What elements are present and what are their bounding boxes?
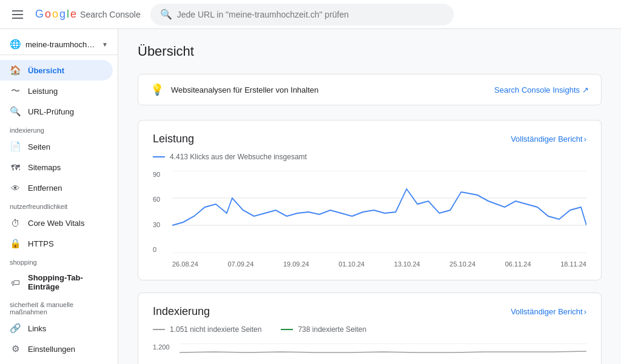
sidebar-item-url-pruefung[interactable]: 🔍 URL-Prüfung xyxy=(0,101,113,122)
search-icon: 🔍 xyxy=(160,8,172,20)
leistung-icon: 〜 xyxy=(10,85,21,96)
header: Google Search Console 🔍 xyxy=(0,0,621,29)
sidebar-item-shopping-tab[interactable]: 🏷 Shopping-Tab-Einträge xyxy=(0,268,113,296)
vitals-icon: ⏱ xyxy=(10,217,21,228)
legend-line-green xyxy=(281,329,293,330)
y-axis-labels-index: 1.200 800 400 xyxy=(153,343,177,364)
sidebar-item-core-web-vitals[interactable]: ⏱ Core Web Vitals xyxy=(0,213,113,233)
chevron-right-icon: › xyxy=(584,134,586,144)
card-header: Indexierung Vollständiger Bericht › xyxy=(153,305,586,318)
shopping-icon: 🏷 xyxy=(10,277,21,288)
sidebar-item-label: Shopping-Tab-Einträge xyxy=(28,273,103,291)
google-logo: Google Search Console xyxy=(35,8,141,21)
sidebar-item-einstellungen[interactable]: ⚙ Einstellungen xyxy=(0,339,113,359)
x-axis-labels: 26.08.24 07.09.24 19.09.24 01.10.24 13.1… xyxy=(172,260,586,268)
home-icon: 🏠 xyxy=(10,65,21,76)
dropdown-icon[interactable]: ▼ xyxy=(102,41,108,48)
sidebar: 🌐 meine-traumhochze... ▼ 🏠 Übersicht 〜 L… xyxy=(0,29,118,364)
menu-button[interactable] xyxy=(10,8,25,21)
links-icon: 🔗 xyxy=(10,323,21,334)
sidebar-item-label: URL-Prüfung xyxy=(28,107,74,116)
property-selector[interactable]: 🌐 meine-traumhochze... ▼ xyxy=(0,34,118,55)
property-name: meine-traumhochze... xyxy=(25,40,97,49)
sidebar-item-label: HTTPS xyxy=(28,239,54,248)
sidebar-item-label: Übersicht xyxy=(28,66,64,75)
chart-svg-area xyxy=(172,171,586,253)
sidebar-item-label: Sitemaps xyxy=(28,163,61,172)
legend-label: 4.413 Klicks aus der Websuche insgesamt xyxy=(170,153,307,161)
external-link-icon: ↗ xyxy=(582,85,589,94)
section-label-indexierung: Indexierung xyxy=(0,122,118,136)
lock-icon: 🔒 xyxy=(10,238,21,249)
card-title: Leistung xyxy=(153,133,194,145)
sitemaps-icon: 🗺 xyxy=(10,162,21,173)
legend-line-gray xyxy=(153,329,165,330)
insight-bulb-icon: 💡 xyxy=(150,83,164,96)
sidebar-item-uebersicht[interactable]: 🏠 Übersicht xyxy=(0,60,113,81)
layout: 🌐 meine-traumhochze... ▼ 🏠 Übersicht 〜 L… xyxy=(0,29,621,364)
remove-icon: 👁 xyxy=(10,182,21,193)
section-label-sicherheit: Sicherheit & manuelle Maßnahmen xyxy=(0,296,118,318)
search-page-icon: 🔍 xyxy=(10,106,21,117)
pages-icon: 📄 xyxy=(10,141,21,152)
app-title: Search Console xyxy=(80,10,141,19)
y-axis-labels: 90 60 30 0 xyxy=(153,171,170,253)
section-label-nutzerfreundlichkeit: Nutzerfreundlichkeit xyxy=(0,198,118,213)
leistung-card: Leistung Vollständiger Bericht › 4.413 K… xyxy=(138,120,602,280)
sidebar-item-leistung[interactable]: 〜 Leistung xyxy=(0,81,113,101)
sidebar-item-label: Entfernen xyxy=(28,184,62,193)
main-content: Übersicht 💡 Websiteanalysen für Erstelle… xyxy=(118,29,621,364)
sidebar-item-label: Seiten xyxy=(28,142,50,151)
indexierung-full-report-link[interactable]: Vollständiger Bericht › xyxy=(511,307,586,316)
sidebar-item-entfernen[interactable]: 👁 Entfernen xyxy=(0,177,113,198)
search-input[interactable] xyxy=(177,10,444,19)
indexierung-chart: 1.200 800 400 xyxy=(153,343,586,364)
sidebar-item-label: Leistung xyxy=(28,87,58,96)
chart-legend: 4.413 Klicks aus der Websuche insgesamt xyxy=(153,153,586,161)
legend-line-blue xyxy=(153,156,165,157)
sidebar-item-label: Einstellungen xyxy=(28,345,75,354)
sidebar-item-label: Links xyxy=(28,324,46,333)
legend-label-green: 738 indexierte Seiten xyxy=(298,325,366,334)
insight-link[interactable]: Search Console Insights ↗ xyxy=(494,85,589,94)
chart-legend-index: 1.051 nicht indexierte Seiten 738 indexi… xyxy=(153,325,586,334)
sidebar-item-https[interactable]: 🔒 HTTPS xyxy=(0,233,113,254)
sidebar-item-sitemaps[interactable]: 🗺 Sitemaps xyxy=(0,157,113,177)
settings-icon: ⚙ xyxy=(10,343,21,354)
indexierung-card: Indexierung Vollständiger Bericht › 1.05… xyxy=(138,293,602,364)
chevron-right-icon: › xyxy=(584,307,586,316)
sidebar-item-feedback[interactable]: 💬 Feedback geben xyxy=(0,359,113,364)
insight-banner: 💡 Websiteanalysen für Ersteller von Inha… xyxy=(138,74,602,105)
index-chart-svg xyxy=(180,343,586,364)
page-title: Übersicht xyxy=(138,44,602,59)
sidebar-item-seiten[interactable]: 📄 Seiten xyxy=(0,136,113,157)
leistung-chart: 90 60 30 0 xyxy=(153,171,586,268)
legend-label-gray: 1.051 nicht indexierte Seiten xyxy=(170,325,261,334)
property-icon: 🌐 xyxy=(10,39,21,50)
card-header: Leistung Vollständiger Bericht › xyxy=(153,133,586,145)
sidebar-item-label: Core Web Vitals xyxy=(28,219,84,228)
sidebar-item-links[interactable]: 🔗 Links xyxy=(0,318,113,339)
section-label-shopping: Shopping xyxy=(0,254,118,268)
search-bar: 🔍 xyxy=(150,4,454,25)
leistung-full-report-link[interactable]: Vollständiger Bericht › xyxy=(511,134,586,144)
insight-text: Websiteanalysen für Ersteller von Inhalt… xyxy=(171,85,487,94)
card-title: Indexierung xyxy=(153,305,210,318)
